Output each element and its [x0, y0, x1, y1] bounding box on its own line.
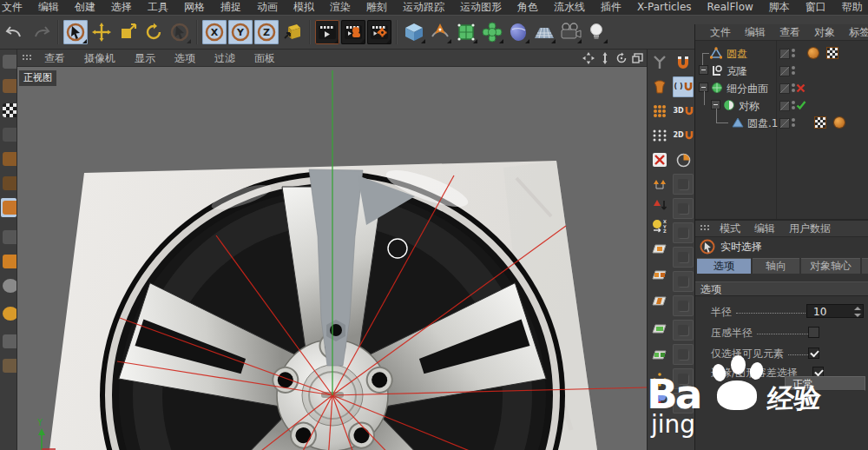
- spline-pen-button[interactable]: [428, 20, 452, 44]
- menu-mograph[interactable]: 运动图形: [452, 0, 510, 15]
- am-menu-edit[interactable]: 编辑: [747, 222, 782, 236]
- green-workplane-b-icon[interactable]: [649, 345, 670, 366]
- center-axis-icon[interactable]: XYZ: [649, 215, 670, 236]
- deformers-button[interactable]: [480, 20, 504, 44]
- visibility-swatch[interactable]: [779, 66, 790, 76]
- workplane-mode-icon[interactable]: [1, 125, 16, 144]
- menu-create[interactable]: 创建: [67, 0, 103, 15]
- clear-workplane-icon[interactable]: [649, 149, 670, 170]
- make-editable-icon[interactable]: [1, 52, 16, 71]
- menu-tools[interactable]: 工具: [140, 0, 176, 15]
- menu-simulate[interactable]: 模拟: [286, 0, 322, 15]
- visibility-swatch[interactable]: [779, 101, 790, 111]
- polygon-mode-icon[interactable]: [1, 198, 16, 217]
- environment-button[interactable]: [506, 20, 530, 44]
- snap-option-icon[interactable]: [673, 198, 694, 219]
- tab-options[interactable]: 选项: [697, 258, 751, 274]
- snap-option-icon[interactable]: [673, 222, 694, 243]
- menu-xparticles[interactable]: X-Particles: [629, 0, 700, 15]
- orange-dot-grid-icon[interactable]: [649, 101, 670, 122]
- axis-drop-icon[interactable]: [649, 195, 670, 216]
- menu-help[interactable]: 帮助: [834, 0, 868, 15]
- menu-animate[interactable]: 动画: [249, 0, 286, 15]
- snap-option-icon[interactable]: [673, 368, 694, 389]
- spinner-arrows-icon[interactable]: [854, 307, 861, 317]
- am-menu-user-data[interactable]: 用户数据: [782, 222, 838, 236]
- cloth-icon[interactable]: [649, 76, 670, 97]
- viewport-menu-panel[interactable]: 面板: [245, 50, 285, 67]
- snap-option-icon[interactable]: [673, 344, 694, 365]
- viewport-menu-filter[interactable]: 过滤: [205, 50, 245, 67]
- texture-paint-icon[interactable]: [1, 252, 16, 271]
- viewport-zoom-control[interactable]: [597, 51, 612, 65]
- hierarchy-icon[interactable]: [649, 174, 670, 195]
- generators-button[interactable]: [454, 20, 478, 44]
- om-menu-tags[interactable]: 标签: [842, 25, 868, 40]
- model-mode-icon[interactable]: [1, 76, 16, 96]
- enabled-check-icon[interactable]: [796, 100, 806, 110]
- menu-motion-tracker[interactable]: 运动跟踪: [395, 0, 452, 15]
- visibility-swatch[interactable]: [779, 49, 790, 59]
- tab-axis[interactable]: 轴向: [753, 258, 799, 274]
- disabled-x-icon[interactable]: [796, 83, 806, 93]
- object-row-disc-1[interactable]: 圆盘.1: [695, 114, 868, 131]
- visibility-dots[interactable]: [792, 118, 795, 127]
- menu-select[interactable]: 选择: [103, 0, 140, 15]
- render-picture-viewer-button[interactable]: [341, 20, 365, 44]
- redo-button[interactable]: [29, 20, 53, 44]
- viewport-rotate-control[interactable]: [614, 51, 628, 65]
- snap-magnet-icon[interactable]: [1, 356, 16, 375]
- radius-input[interactable]: 10: [806, 304, 864, 318]
- panel-menu-icon[interactable]: [700, 224, 709, 233]
- menu-character[interactable]: 角色: [510, 0, 546, 15]
- am-menu-mode[interactable]: 模式: [713, 222, 747, 236]
- primitive-cube-button[interactable]: [402, 20, 426, 44]
- camera-button[interactable]: [558, 20, 582, 44]
- menu-render[interactable]: 渲染: [322, 0, 358, 15]
- object-row-cloner[interactable]: 克隆: [695, 62, 868, 79]
- menu-realflow[interactable]: RealFlow: [700, 0, 761, 15]
- object-row-disc[interactable]: 圆盘: [695, 44, 868, 62]
- selection-mode-dropdown[interactable]: 正常: [785, 376, 865, 391]
- undo-button[interactable]: [3, 20, 27, 44]
- menu-edit[interactable]: 编辑: [30, 0, 67, 15]
- viewport-maximize-control[interactable]: [630, 51, 645, 65]
- visibility-dots[interactable]: [792, 49, 795, 57]
- visibility-swatch[interactable]: [779, 83, 790, 94]
- tab-object-axis[interactable]: 对象轴心: [801, 258, 860, 274]
- workplane-a-icon[interactable]: [649, 239, 670, 260]
- viewport-menu-view[interactable]: 查看: [35, 50, 75, 67]
- expand-icon[interactable]: [699, 65, 708, 75]
- workplane-c-icon[interactable]: [649, 291, 670, 312]
- snap-option-icon[interactable]: [673, 295, 694, 316]
- edge-mode-icon[interactable]: [1, 174, 16, 193]
- snap-option-icon[interactable]: [673, 247, 694, 268]
- lock-x-axis-button[interactable]: X: [202, 20, 227, 44]
- visibility-dots[interactable]: [792, 83, 795, 92]
- coordinate-system-button[interactable]: [280, 20, 305, 44]
- star-points-icon[interactable]: [649, 369, 670, 390]
- panel-menu-icon[interactable]: [22, 54, 31, 63]
- visible-only-checkbox[interactable]: [808, 347, 819, 359]
- light-button[interactable]: [584, 20, 608, 44]
- selection-tag-icon[interactable]: [834, 117, 845, 128]
- menu-pipeline[interactable]: 流水线: [546, 0, 593, 15]
- point-mode-icon[interactable]: [1, 149, 16, 169]
- menu-snap[interactable]: 捕捉: [213, 0, 249, 15]
- menu-plugins[interactable]: 插件: [593, 0, 629, 15]
- viewport-menu-cameras[interactable]: 摄像机: [75, 50, 125, 67]
- live-selection-tool[interactable]: [63, 20, 88, 44]
- render-settings-button[interactable]: [367, 20, 391, 44]
- viewport-canvas[interactable]: 正视图: [17, 67, 647, 450]
- pressure-radius-checkbox[interactable]: [808, 327, 819, 338]
- workplane-icon[interactable]: [1, 304, 16, 323]
- green-workplane-a-icon[interactable]: [649, 319, 670, 340]
- snap-option-icon[interactable]: [673, 174, 694, 195]
- tab-subdivision[interactable]: 细分曲面: [862, 258, 868, 274]
- menu-script[interactable]: 脚本: [761, 0, 798, 15]
- move-tool[interactable]: [89, 20, 114, 44]
- last-used-tool[interactable]: [168, 20, 192, 44]
- visibility-swatch[interactable]: [779, 118, 790, 129]
- selection-tag-icon[interactable]: [808, 48, 819, 58]
- lock-y-axis-button[interactable]: Y: [228, 20, 253, 44]
